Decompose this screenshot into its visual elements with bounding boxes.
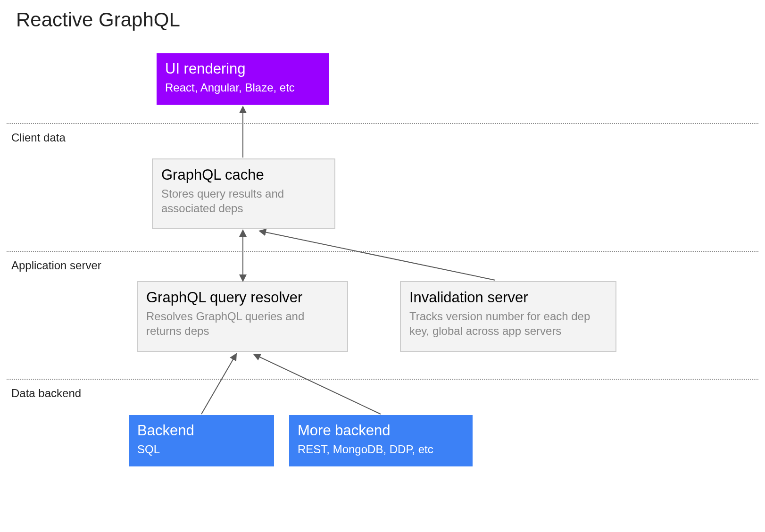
arrow-invalidation-to-cache bbox=[260, 231, 495, 280]
box-ui-rendering-title: UI rendering bbox=[165, 60, 321, 78]
diagram-title: Reactive GraphQL bbox=[16, 8, 180, 31]
box-backend: Backend SQL bbox=[129, 415, 274, 466]
divider-application-server bbox=[7, 251, 758, 252]
box-graphql-resolver-title: GraphQL query resolver bbox=[146, 289, 339, 307]
box-ui-rendering: UI rendering React, Angular, Blaze, etc bbox=[157, 53, 329, 105]
box-backend-sub: SQL bbox=[137, 442, 266, 457]
box-graphql-cache: GraphQL cache Stores query results and a… bbox=[152, 158, 335, 229]
box-more-backend-sub: REST, MongoDB, DDP, etc bbox=[298, 442, 464, 457]
box-ui-rendering-sub: React, Angular, Blaze, etc bbox=[165, 80, 321, 95]
box-invalidation-server-title: Invalidation server bbox=[409, 289, 607, 307]
box-more-backend-title: More backend bbox=[298, 422, 464, 440]
section-label-data-backend: Data backend bbox=[11, 387, 81, 400]
arrow-morebackend-to-resolver bbox=[255, 355, 381, 414]
box-graphql-resolver-sub: Resolves GraphQL queries and returns dep… bbox=[146, 309, 339, 338]
box-backend-title: Backend bbox=[137, 422, 266, 440]
divider-data-backend bbox=[7, 379, 758, 380]
diagram-canvas: Reactive GraphQL Client data Application… bbox=[0, 0, 765, 532]
box-graphql-cache-title: GraphQL cache bbox=[161, 166, 326, 184]
arrow-backend-to-resolver bbox=[201, 355, 236, 414]
section-label-client-data: Client data bbox=[11, 131, 66, 144]
divider-client-data bbox=[7, 123, 758, 124]
box-graphql-resolver: GraphQL query resolver Resolves GraphQL … bbox=[137, 281, 348, 352]
box-more-backend: More backend REST, MongoDB, DDP, etc bbox=[289, 415, 473, 466]
box-invalidation-server: Invalidation server Tracks version numbe… bbox=[400, 281, 616, 352]
section-label-application-server: Application server bbox=[11, 259, 101, 272]
box-invalidation-server-sub: Tracks version number for each dep key, … bbox=[409, 309, 607, 338]
box-graphql-cache-sub: Stores query results and associated deps bbox=[161, 186, 326, 216]
